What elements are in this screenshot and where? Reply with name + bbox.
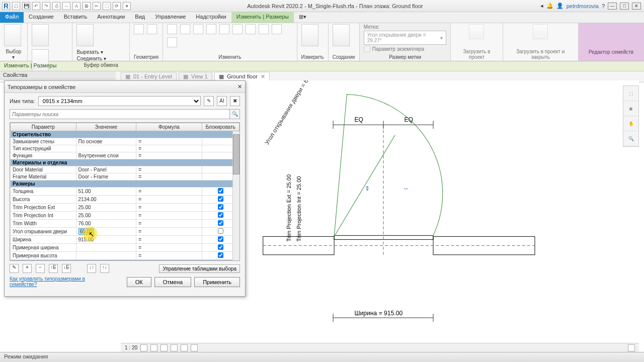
tab-view[interactable]: Вид — [130, 12, 150, 23]
create-icon[interactable] — [333, 24, 350, 46]
measure-icon[interactable] — [301, 24, 318, 46]
crop-icon[interactable] — [181, 344, 188, 351]
del-param-icon[interactable]: − — [36, 264, 45, 273]
col-formula[interactable]: Формула — [136, 123, 202, 131]
move-up-icon[interactable]: ↑E — [49, 264, 58, 273]
qat-dropdown-icon[interactable]: ▾ — [123, 2, 131, 10]
crop-region-icon[interactable] — [191, 344, 198, 351]
mirror-icon[interactable] — [206, 24, 216, 34]
qat-save-icon[interactable]: 💾 — [22, 2, 30, 10]
param-row[interactable]: Тип конструкций= — [11, 145, 239, 152]
qat-print-icon[interactable]: ⎙ — [52, 2, 60, 10]
sun-path-icon[interactable] — [160, 344, 168, 351]
help-link[interactable]: Как управлять типоразмерами в семействе? — [10, 276, 90, 287]
param-row[interactable]: Примерная высота= — [11, 252, 239, 260]
add-param-icon[interactable]: + — [23, 264, 32, 273]
tab-close-icon[interactable]: ✕ — [261, 73, 265, 80]
group-header[interactable]: Размеры⌃ — [11, 180, 239, 188]
visual-style-icon[interactable] — [150, 344, 157, 351]
param-row[interactable]: Trim Projection Ext25.00= — [11, 204, 239, 212]
tab-annotate[interactable]: Аннотации — [92, 12, 130, 23]
help-icon[interactable]: ? — [602, 3, 605, 9]
param-row[interactable]: ФункцияВнутренние слои= — [11, 152, 239, 159]
qat-dim-icon[interactable]: ⊞ — [83, 2, 91, 10]
geom-icon-2[interactable] — [147, 24, 157, 34]
group-header[interactable]: Свойства аналитической модели⌃ — [11, 260, 239, 261]
param-row[interactable]: Примерная ширина= — [11, 244, 239, 252]
trim-icon[interactable] — [219, 24, 229, 34]
nav-pan-icon[interactable]: ✋ — [623, 116, 638, 131]
load-project-icon[interactable] — [469, 24, 484, 39]
param-row[interactable]: Высота2134.00= — [11, 196, 239, 204]
scale-icon[interactable] — [259, 24, 269, 34]
paste-icon[interactable] — [76, 24, 94, 46]
tab-file[interactable]: Файл — [0, 12, 24, 23]
array-icon[interactable] — [246, 24, 256, 34]
new-type-icon[interactable]: ✎ — [204, 96, 214, 106]
param-row[interactable]: Trim Width76.00= — [11, 220, 239, 228]
join-button[interactable]: Соединить ▾ — [76, 56, 106, 61]
ok-button[interactable]: ОК — [127, 277, 151, 287]
param-row[interactable]: Угол открывания двери60.00= — [11, 228, 239, 236]
detail-level-icon[interactable] — [140, 344, 147, 351]
move-icon[interactable] — [167, 24, 177, 34]
split-icon[interactable] — [232, 24, 243, 34]
tab-extra-icon[interactable]: ⊞▾ — [294, 12, 311, 23]
close-button[interactable]: ✕ — [632, 3, 641, 10]
scale-value[interactable]: 1 : 20 — [125, 345, 137, 350]
nav-wheel-icon[interactable]: ◉ — [623, 101, 638, 116]
qat-section-icon[interactable]: ✂ — [93, 2, 101, 10]
param-row[interactable]: Door MaterialDoor - Panel= — [11, 166, 239, 173]
tab-manage[interactable]: Управление — [150, 12, 191, 23]
param-row[interactable]: Толщина51.00= — [11, 188, 239, 196]
pin-icon[interactable] — [167, 37, 177, 47]
search-icon[interactable]: 🔍 — [229, 110, 239, 119]
tab-modify-dimensions[interactable]: Изменить | Размеры — [231, 12, 294, 23]
nav-zoom-icon[interactable]: 🔍 — [623, 131, 638, 146]
load-close-icon[interactable] — [533, 24, 548, 39]
user-name[interactable]: petrdmorovia — [567, 3, 599, 9]
qat-text-icon[interactable]: A — [72, 2, 80, 10]
move-down-icon[interactable]: ↓E — [62, 264, 71, 273]
group-header[interactable]: Строительство⌃ — [11, 131, 239, 138]
col-parameter[interactable]: Параметр — [11, 123, 76, 131]
scroll-left-icon[interactable] — [628, 344, 635, 351]
nav-cube-icon[interactable]: ⬚ — [623, 86, 638, 101]
properties-icon[interactable] — [32, 24, 49, 46]
tab-create[interactable]: Создание — [24, 12, 59, 23]
qat-open-icon[interactable]: ▢ — [12, 2, 20, 10]
maximize-button[interactable]: □ — [620, 3, 629, 10]
tab-addins[interactable]: Надстройки — [191, 12, 231, 23]
qat-3d-icon[interactable]: ⬚ — [103, 2, 111, 10]
delete-type-icon[interactable]: ✖ — [230, 96, 240, 106]
dialog-close-icon[interactable]: ✕ — [237, 83, 242, 90]
param-row[interactable]: Ширина915.00= — [11, 236, 239, 244]
grid-scrollbar[interactable] — [232, 131, 239, 260]
cut-button[interactable]: Вырезать ▾ — [76, 49, 106, 55]
sort-desc-icon[interactable]: ↑↓ — [100, 264, 109, 273]
copy-icon[interactable] — [180, 24, 190, 34]
qat-redo-icon[interactable]: ↷ — [42, 2, 50, 10]
qat-measure-icon[interactable]: ↔ — [62, 2, 70, 10]
param-row[interactable]: Trim Projection Int25.00= — [11, 212, 239, 220]
qat-undo-icon[interactable]: ↶ — [32, 2, 40, 10]
sort-asc-icon[interactable]: ↓↑ — [87, 264, 96, 273]
cancel-button[interactable]: Отмена — [154, 277, 191, 287]
user-icon[interactable]: 👤 — [556, 3, 564, 9]
col-value[interactable]: Значение — [76, 123, 136, 131]
marker-dropdown[interactable]: Угол открывания двери = 29.27°▾ — [364, 31, 447, 45]
minimize-button[interactable]: — — [608, 3, 617, 10]
arrow-left-icon[interactable]: ◂ — [540, 3, 543, 9]
instance-param-checkbox[interactable]: Параметр экземпляра — [364, 46, 447, 52]
new-param-icon[interactable]: ✎ — [10, 264, 19, 273]
tab-insert[interactable]: Вставить — [59, 12, 93, 23]
col-lock[interactable]: Блокировать — [202, 123, 239, 131]
search-input[interactable] — [10, 110, 229, 119]
qat-sync-icon[interactable]: ⟳ — [113, 2, 121, 10]
scrollbar-thumb[interactable] — [233, 134, 239, 174]
type-name-select[interactable]: 0915 x 2134mm — [38, 96, 201, 106]
select-tool-icon[interactable] — [4, 24, 21, 46]
parameters-grid[interactable]: Параметр Значение Формула Блокировать Ст… — [10, 122, 240, 261]
param-row[interactable]: Замыкание стеныПо основе= — [11, 138, 239, 145]
offset-icon[interactable] — [272, 24, 282, 34]
